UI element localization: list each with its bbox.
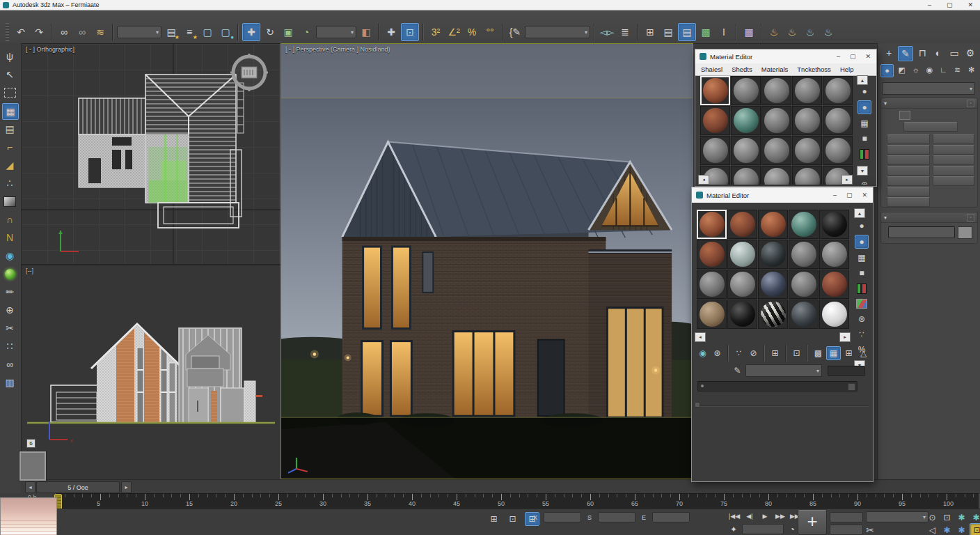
me1-scroll-left-button[interactable]: ◂ (698, 175, 709, 185)
play-button[interactable]: ▶ (759, 511, 771, 522)
grid-array-tool[interactable]: ▦ (2, 103, 19, 120)
me1-scroll-right-button[interactable]: ▸ (841, 175, 853, 185)
material-swatch[interactable] (758, 300, 788, 329)
annotation-label-tool[interactable]: ▤ (2, 121, 17, 137)
chain-link-tool[interactable]: ∞ (2, 357, 17, 372)
material-swatch[interactable] (819, 270, 849, 299)
zoom-extents-all[interactable]: ✱ (970, 511, 980, 524)
render-setup[interactable]: ♨ (766, 24, 782, 40)
me1-maximize-button[interactable]: ▢ (850, 53, 856, 60)
coord-input-X[interactable] (544, 512, 581, 522)
material-editor-window-1[interactable]: Material Editor – ▢ ✕ ShaieslShedtsMater… (695, 49, 877, 187)
assign-material-to-selection[interactable]: ∵ (732, 347, 745, 359)
set-key-plus-button[interactable]: + (798, 510, 827, 535)
show-map-in-viewport[interactable]: ▦ (826, 346, 841, 360)
me2-scroll-up-button[interactable]: ▲ (854, 208, 865, 218)
isolate-selection-toggle[interactable]: ⊞ (487, 513, 500, 525)
material-swatch[interactable] (700, 106, 730, 135)
snaps-toggle[interactable]: 3² (427, 24, 444, 40)
spray-scatter-tool[interactable]: ∴ (2, 176, 17, 191)
material-swatch[interactable] (792, 106, 822, 135)
subtab-helpers[interactable]: ∟ (938, 64, 949, 76)
current-frame-display[interactable]: 5 / Ooe (36, 481, 120, 493)
maximize-viewport-toggle[interactable]: ⊡ (970, 523, 980, 535)
keyboard-shortcut-override[interactable]: ⊡ (401, 23, 419, 41)
material-swatch[interactable] (697, 210, 727, 239)
material-swatch[interactable] (700, 136, 730, 165)
minimize-button[interactable]: – (928, 1, 931, 8)
me2-close-button[interactable]: ✕ (862, 192, 867, 199)
make-material-copy[interactable]: ⊞ (768, 347, 782, 359)
select-object[interactable]: ▤★ (163, 24, 180, 40)
named-selection-sets-dropdown[interactable]: ▾ (525, 26, 590, 38)
me1-scroll-down-button[interactable]: ▼ (857, 166, 868, 176)
viewport-orthographic[interactable]: [ - ] Orthographic] (21, 43, 281, 265)
sample-type-sphere[interactable]: ● (858, 85, 871, 98)
object-type-button[interactable] (933, 166, 974, 176)
material-editor-button[interactable]: ▩ (741, 24, 757, 40)
material-swatch[interactable] (697, 270, 727, 299)
reset-map[interactable]: ⊘ (747, 347, 760, 359)
options[interactable]: ⊛ (858, 178, 871, 185)
generate-preview[interactable] (855, 297, 868, 310)
rollout2-pin-icon[interactable]: ▫ (967, 214, 974, 222)
material-swatch[interactable] (789, 210, 819, 239)
material-swatch[interactable] (758, 270, 788, 299)
next-frame[interactable]: ▶▶ (774, 511, 787, 522)
toggle-ribbon[interactable]: ▤ (678, 23, 696, 41)
bind-to-space-warp[interactable]: ≋ (92, 24, 109, 40)
sample-uv-tiling[interactable]: ■ (855, 267, 868, 279)
object-type-button[interactable] (887, 176, 930, 186)
viewport-perspective-camera[interactable]: [ - ] Perspective (Camera ] Nosidland) (280, 43, 693, 479)
backlight-toggle[interactable]: ● (855, 235, 869, 249)
render-production[interactable]: ♨ (802, 24, 819, 40)
object-color-swatch[interactable] (958, 226, 972, 239)
me1-menu-shedts[interactable]: Shedts (732, 65, 752, 73)
rollout2-header[interactable]: ▾ ▫ (881, 212, 977, 223)
viewport-front-label[interactable]: [--] (26, 268, 33, 274)
object-type-button[interactable] (933, 145, 974, 155)
material-id-channel[interactable]: ⊡ (790, 347, 803, 359)
toolbar-grip[interactable] (6, 23, 9, 41)
gradient-tool[interactable] (2, 194, 17, 209)
material-swatch[interactable] (727, 270, 757, 299)
material-swatch[interactable] (727, 240, 757, 269)
viewport-front-elevation[interactable]: [--] (21, 265, 281, 481)
unlink-selection[interactable]: ∞ (74, 24, 90, 40)
edit-named-selection-sets[interactable]: {✎ (507, 24, 523, 40)
rendered-frame-window[interactable]: ♨ (784, 24, 800, 40)
material-swatch[interactable] (792, 136, 822, 165)
curve-editor[interactable]: ▩ (697, 24, 714, 40)
material-swatch[interactable] (823, 136, 853, 165)
orbit[interactable]: ✱ (940, 524, 954, 535)
material-swatch[interactable] (823, 106, 853, 135)
select-and-manipulate[interactable]: ✚ (383, 24, 400, 40)
tab-create[interactable]: + (882, 46, 896, 60)
go-to-start[interactable]: |◀◀ (728, 511, 741, 522)
me1-minimize-button[interactable]: – (837, 53, 840, 60)
sheet-grid-tool[interactable]: ▥ (2, 375, 17, 390)
material-swatch[interactable] (761, 106, 791, 135)
select-and-move[interactable]: ✚ (242, 23, 260, 41)
viewport-persp-label[interactable]: [ - ] Perspective (Camera ] Nosidland) (285, 46, 390, 53)
me1-title-bar[interactable]: Material Editor – ▢ ✕ (695, 49, 876, 63)
background-checker[interactable]: ▦ (858, 117, 871, 130)
arch-primitive-tool[interactable]: ∩ (2, 212, 17, 227)
orbit-selected[interactable]: ✱ (955, 524, 968, 535)
object-category-dropdown[interactable]: ▾ (882, 82, 975, 95)
maximize-button[interactable]: ▢ (947, 1, 953, 8)
show-background[interactable]: ▩ (812, 347, 825, 359)
me2-title-bar[interactable]: Material Editor – ▢ ✕ (692, 187, 873, 203)
me1-menu-materials[interactable]: Materials (761, 65, 789, 73)
window-crossing-toggle[interactable]: ▢● (217, 24, 234, 40)
me2-maximize-button[interactable]: ▢ (846, 192, 853, 199)
previous-frame-spinner[interactable]: ◂ (25, 481, 35, 493)
me2-scroll-left-button[interactable]: ◂ (695, 332, 706, 342)
me2-minimize-button[interactable]: – (833, 192, 837, 199)
subtab-space-warps[interactable]: ≋ (951, 64, 963, 76)
select-by-material[interactable]: ∵ (855, 328, 868, 341)
subtab-geometry[interactable]: ● (880, 64, 894, 77)
scatter-points-tool[interactable]: ∷ (2, 339, 17, 354)
select-and-link[interactable]: ∞ (56, 24, 72, 40)
me2-material-name-dropdown[interactable]: ▾ (745, 364, 822, 377)
